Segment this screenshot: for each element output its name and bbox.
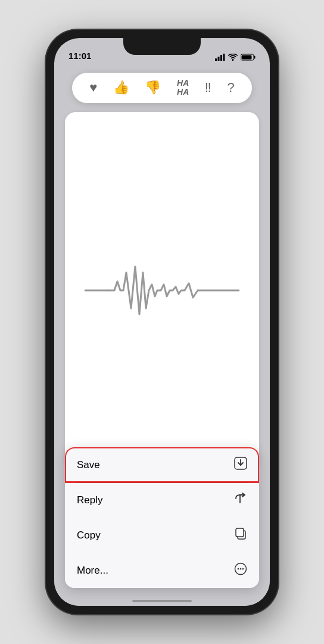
reaction-haha[interactable]: HAHA: [177, 79, 189, 97]
reaction-thumbs-up[interactable]: 👍: [113, 80, 129, 95]
save-label: Save: [77, 459, 100, 471]
more-menu-item[interactable]: More...: [65, 553, 259, 588]
wifi-icon: [228, 54, 238, 61]
svg-rect-6: [254, 56, 256, 59]
reaction-heart[interactable]: ♥: [89, 80, 97, 95]
reaction-bar: ♥ 👍 👎 HAHA ‼ ?: [72, 73, 252, 103]
home-indicator: [132, 600, 192, 602]
svg-point-14: [238, 568, 239, 570]
status-icons: [215, 54, 256, 61]
signal-icon: [215, 54, 225, 61]
status-time: 11:01: [68, 51, 91, 61]
svg-point-15: [240, 568, 242, 570]
reply-icon: [234, 492, 247, 508]
save-icon: [234, 457, 247, 473]
svg-rect-5: [242, 55, 252, 60]
copy-label: Copy: [77, 530, 101, 541]
message-bubble: [65, 112, 259, 469]
copy-menu-item[interactable]: Copy: [65, 518, 259, 553]
reply-menu-item[interactable]: Reply: [65, 482, 259, 518]
phone-screen: 11:01: [54, 38, 270, 606]
svg-point-16: [242, 568, 244, 570]
context-menu: Save Reply: [65, 447, 259, 588]
reaction-thumbs-down[interactable]: 👎: [145, 80, 161, 95]
save-menu-item[interactable]: Save: [65, 447, 259, 482]
reaction-question[interactable]: ?: [227, 80, 234, 95]
more-label: More...: [77, 565, 108, 577]
screen-content: ♥ 👍 👎 HAHA ‼ ?: [54, 64, 270, 606]
copy-icon: [234, 527, 247, 543]
svg-rect-12: [236, 528, 244, 537]
more-icon: [234, 562, 247, 578]
phone-frame: 11:01: [46, 30, 278, 614]
svg-rect-2: [220, 55, 222, 61]
battery-icon: [241, 54, 256, 61]
notch: [123, 38, 201, 55]
svg-rect-1: [218, 57, 220, 61]
svg-rect-3: [223, 54, 225, 61]
reaction-exclamation[interactable]: ‼: [205, 80, 211, 95]
waveform-icon: [85, 261, 239, 320]
svg-rect-0: [215, 58, 217, 61]
reply-label: Reply: [77, 494, 102, 506]
